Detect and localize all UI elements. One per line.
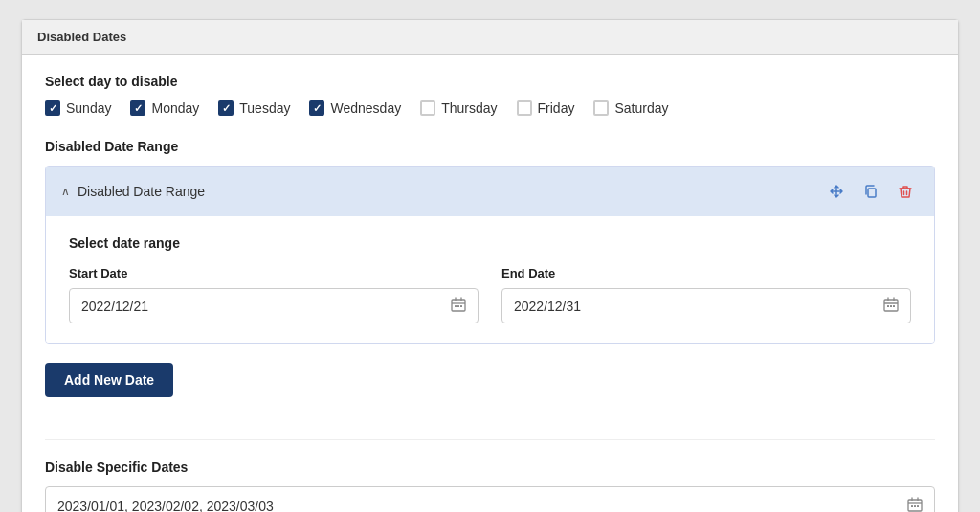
disabled-date-range-title: Disabled Date Range (45, 139, 935, 154)
panel-title: Disabled Date Range (78, 184, 205, 199)
day-label-friday: Friday (538, 100, 575, 116)
checkbox-tuesday[interactable] (218, 100, 234, 116)
main-card: Disabled Dates Select day to disable Sun… (21, 19, 959, 512)
day-label-tuesday: Tuesday (239, 100, 290, 116)
svg-rect-2 (455, 305, 457, 307)
svg-rect-8 (893, 305, 895, 307)
svg-rect-6 (887, 305, 889, 307)
day-label-wednesday: Wednesday (330, 100, 401, 116)
copy-icon[interactable] (858, 178, 884, 205)
day-item-tuesday[interactable]: Tuesday (218, 100, 290, 116)
day-label-sunday: Sunday (66, 100, 111, 116)
collapsible-panel: ∧ Disabled Date Range (45, 166, 935, 344)
specific-dates-value: 2023/01/01, 2023/02/02, 2023/03/03 (57, 499, 907, 513)
checkbox-saturday[interactable] (593, 100, 609, 116)
end-date-calendar-icon[interactable] (883, 297, 899, 315)
day-label-monday: Monday (151, 100, 199, 116)
checkbox-sunday[interactable] (45, 100, 60, 116)
checkbox-friday[interactable] (517, 100, 532, 116)
specific-dates-title: Disable Specific Dates (45, 459, 935, 475)
day-item-saturday[interactable]: Saturday (593, 100, 668, 116)
end-date-label: End Date (501, 266, 911, 280)
svg-rect-4 (460, 305, 462, 307)
start-date-value: 2022/12/21 (81, 299, 451, 314)
select-date-range-title: Select date range (69, 235, 911, 251)
svg-rect-3 (457, 305, 459, 307)
checkbox-wednesday[interactable] (309, 100, 324, 116)
card-body: Select day to disable Sunday Monday Tues… (22, 55, 958, 512)
move-icon[interactable] (823, 178, 850, 205)
day-item-wednesday[interactable]: Wednesday (309, 100, 401, 116)
day-label-thursday: Thursday (441, 100, 497, 116)
card-header: Disabled Dates (22, 20, 958, 55)
collapsible-body: Select date range Start Date 2022/12/21 (46, 216, 934, 343)
start-date-calendar-icon[interactable] (451, 297, 466, 315)
specific-dates-calendar-icon[interactable] (907, 497, 923, 512)
svg-rect-11 (914, 505, 916, 507)
days-row: Sunday Monday Tuesday Wednesday Thursday (45, 100, 935, 116)
day-item-friday[interactable]: Friday (517, 100, 575, 116)
delete-icon[interactable] (892, 178, 919, 205)
end-date-field: End Date 2022/12/31 (501, 266, 911, 323)
specific-dates-input-wrapper[interactable]: 2023/01/01, 2023/02/02, 2023/03/03 (45, 486, 935, 512)
card-title: Disabled Dates (37, 30, 126, 44)
day-item-thursday[interactable]: Thursday (420, 100, 497, 116)
date-fields-row: Start Date 2022/12/21 (69, 266, 911, 323)
collapsible-header[interactable]: ∧ Disabled Date Range (46, 167, 934, 216)
add-new-date-button[interactable]: Add New Date (45, 363, 173, 397)
start-date-input-wrapper[interactable]: 2022/12/21 (69, 288, 479, 323)
svg-rect-0 (868, 189, 876, 197)
start-date-field: Start Date 2022/12/21 (69, 266, 479, 323)
collapsible-header-actions (823, 178, 919, 205)
select-day-title: Select day to disable (45, 74, 935, 89)
checkbox-thursday[interactable] (420, 100, 435, 116)
collapsible-header-left: ∧ Disabled Date Range (61, 184, 205, 199)
day-item-monday[interactable]: Monday (130, 100, 199, 116)
end-date-value: 2022/12/31 (514, 299, 883, 314)
day-item-sunday[interactable]: Sunday (45, 100, 111, 116)
chevron-up-icon: ∧ (61, 185, 70, 198)
svg-rect-12 (917, 505, 919, 507)
checkbox-monday[interactable] (130, 100, 145, 116)
start-date-label: Start Date (69, 266, 479, 280)
specific-dates-section: Disable Specific Dates 2023/01/01, 2023/… (45, 439, 935, 512)
day-label-saturday: Saturday (614, 100, 668, 116)
end-date-input-wrapper[interactable]: 2022/12/31 (501, 288, 911, 323)
disabled-date-range-section: Disabled Date Range ∧ Disabled Date Rang… (45, 139, 935, 420)
svg-rect-10 (911, 505, 913, 507)
svg-rect-7 (890, 305, 892, 307)
